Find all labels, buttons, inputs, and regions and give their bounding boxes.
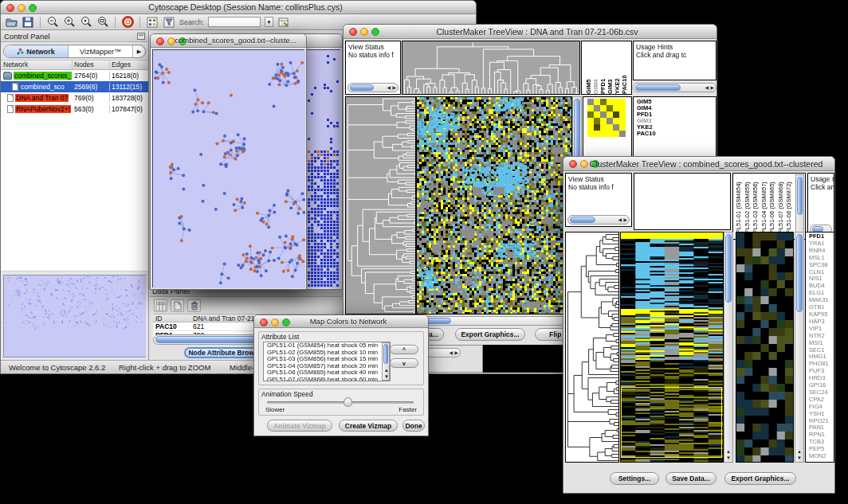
dialog-title: Map Colors to Network [275,317,422,326]
view-status-label: View Status [348,43,398,51]
attribute-list-scrollbar[interactable]: ▲ ▼ [382,342,390,381]
export-graphics-button[interactable]: Export Graphics... [724,472,796,485]
nodes-count: 769(0) [73,94,110,102]
create-vizmap-button[interactable]: Create Vizmap [339,420,398,432]
save-icon[interactable] [22,16,34,29]
scroll-down-icon[interactable]: ▼ [383,373,389,380]
heatmap-panel[interactable] [416,96,572,315]
row-dendrogram-canvas [346,97,415,314]
scroll-left-icon[interactable]: ◀ [618,217,622,224]
zoom-out-icon[interactable] [46,16,59,29]
scroll-left-icon[interactable]: ◀ [387,84,391,92]
network-row-dna-tran[interactable]: DNA and Tran 07 769(0) 183728(0) [1,92,148,104]
scroll-right-icon[interactable]: ▶ [710,84,714,92]
move-down-button[interactable]: v [390,358,418,368]
tab-network[interactable]: Network [4,45,69,57]
new-attribute-icon[interactable] [171,299,184,312]
network-overview-thumbnail[interactable] [3,275,146,357]
zoom-heatmap-canvas [736,232,793,462]
network-row-combined-scores[interactable]: combined_scores_ 2764(0) 16218(0) [1,70,148,81]
done-button[interactable]: Done [402,420,425,432]
view-status-scrollbar[interactable]: ◀ ▶ [567,215,630,225]
nodes-count: 563(0) [73,105,110,113]
animation-speed-label: Animation Speed [261,390,313,398]
row-dendrogram-panel[interactable] [565,232,619,463]
close-button[interactable] [260,318,268,326]
close-button[interactable] [349,28,357,36]
scroll-down-icon[interactable]: ▼ [795,455,803,461]
tab-vizmapper-label: VizMapper™ [80,48,121,56]
filter-icon[interactable] [163,16,175,29]
network-tree-empty [1,115,148,271]
col-edges[interactable]: Edges [110,61,148,69]
select-attributes-icon[interactable] [154,299,167,312]
row-dendrogram-panel[interactable] [345,96,416,315]
status-pan-hint: Middle- [230,363,254,372]
labels-vscrollbar[interactable] [795,174,804,238]
close-button[interactable] [569,160,577,168]
column-dendrogram-panel[interactable] [402,41,580,95]
network-name: combined_sco [20,83,65,91]
desktop: Cytoscape Desktop (Session Name: collins… [0,0,848,504]
scroll-right-icon[interactable]: ▶ [623,217,627,224]
scroll-right-icon[interactable]: ▶ [454,350,458,357]
save-data-button[interactable]: Save Data... [665,472,716,485]
column-dendrogram-panel[interactable] [634,173,731,230]
export-graphics-button[interactable]: Export Graphics... [455,328,525,341]
network-name: DNA and Tran 07 [15,94,69,102]
main-titlebar[interactable]: Cytoscape Desktop (Session Name: collins… [1,1,476,14]
zoom-in-icon[interactable] [63,16,76,29]
view-status-message: No status info f [348,51,398,59]
heatmap-vscrollbar[interactable]: ▲ ▼ [724,232,733,463]
scroll-left-icon[interactable]: ◀ [449,350,453,357]
help-lifesaver-icon[interactable] [121,16,134,29]
treeview-combined-window: ClusterMaker TreeView : combined_scores_… [563,156,835,494]
float-panel-icon[interactable] [137,33,145,40]
settings-button[interactable]: Settings... [610,472,659,485]
scroll-down-icon[interactable]: ▼ [724,455,732,461]
zoom-fit-icon[interactable] [96,16,109,29]
treeview1-titlebar[interactable]: ClusterMaker TreeView : DNA and Tran 07-… [344,25,716,39]
network-row-combined-selected[interactable]: combined_sco 2569(6) 13112(15) [1,81,148,92]
move-up-button[interactable]: ^ [390,345,418,354]
treeview2-titlebar[interactable]: ClusterMaker TreeView : combined_scores_… [563,157,834,171]
vizmapper-icon[interactable] [146,16,159,29]
dialog-titlebar[interactable]: Map Colors to Network [254,315,428,328]
heatmap-panel[interactable] [620,232,724,463]
col-nodes[interactable]: Nodes [73,61,110,69]
attribute-browser-icon[interactable] [277,16,290,29]
treeview2-title: ClusterMaker TreeView : combined_scores_… [584,159,828,169]
scroll-up-icon[interactable]: ▲ [724,448,732,455]
slider-thumb[interactable] [344,397,352,407]
animate-vizmap-button[interactable]: Animate Vizmap [267,420,332,432]
tab-vizmapper[interactable]: VizMapper™ [69,45,133,57]
search-input[interactable] [208,17,261,27]
scroll-right-icon[interactable]: ▶ [392,84,396,92]
open-file-icon[interactable] [5,16,18,29]
scroll-up-icon[interactable]: ▲ [383,367,389,373]
close-button[interactable] [6,4,14,12]
hints-scrollbar[interactable]: ◀ ▶ [633,83,716,92]
close-button[interactable] [156,37,164,45]
tab-overflow-arrow[interactable]: ▶ [133,45,145,57]
gene-list-panel[interactable]: PFD1YRA1RNR4MSL1SPC98CLN1NIS1BUD4ELG1MAK… [805,232,834,463]
zoom-heatmap-panel[interactable] [736,232,794,463]
delete-attribute-trash-icon[interactable] [187,299,201,312]
status-welcome: Welcome to Cytoscape 2.6.2 [9,363,105,372]
zoom-vscrollbar[interactable]: ▲ ▼ [795,232,804,463]
col-network[interactable]: Network [1,61,73,69]
attribute-list[interactable]: GPL51-01 (GSM854) heat shock 05 minGPL51… [263,342,391,381]
network-row-rnapuber[interactable]: RNAPuberNov2+! 563(0) 107847(0) [1,104,148,115]
search-dropdown-icon[interactable]: ▼ [265,17,273,27]
scroll-up-icon[interactable]: ▲ [795,448,803,455]
network-graph-view[interactable] [152,49,304,287]
network-window-titlebar[interactable]: combined_scores_good.txt--cluste... [151,34,306,48]
view-status-scrollbar[interactable]: ◀ ▶ [347,83,398,92]
status-zoom-hint: Right-click + drag to ZOOM [119,363,210,372]
network-table-header: Network Nodes Edges [1,60,148,70]
view-status-panel: View Status No status info f ◀ ▶ [565,173,632,227]
speed-slider[interactable] [267,401,414,404]
zoom-selected-icon[interactable] [80,16,92,29]
scroll-left-icon[interactable]: ◀ [705,84,709,92]
col-id[interactable]: ID [153,315,190,322]
